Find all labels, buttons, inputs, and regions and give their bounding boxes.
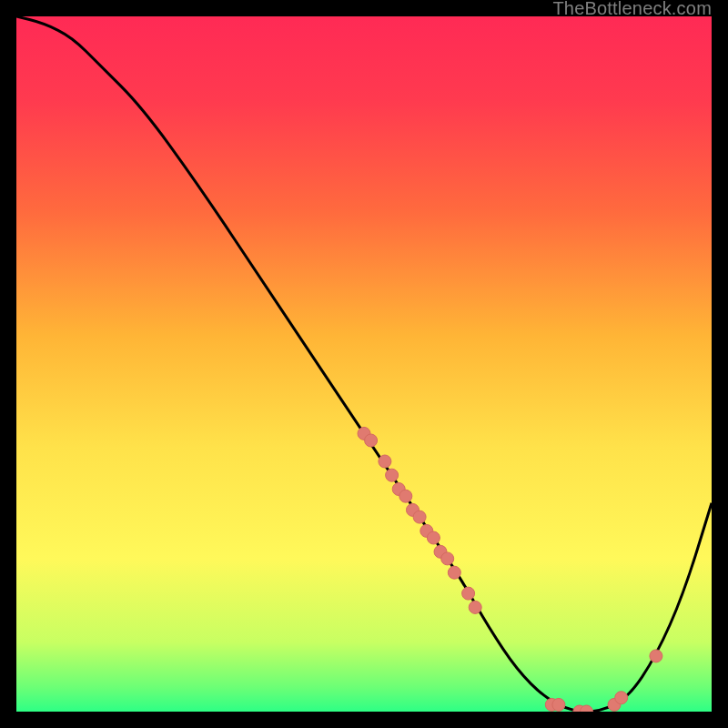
data-marker: [615, 692, 628, 704]
bottleneck-chart: [16, 16, 712, 712]
data-marker: [462, 587, 475, 600]
data-marker: [386, 469, 399, 481]
data-marker: [650, 650, 662, 662]
data-marker: [365, 434, 378, 447]
data-marker: [427, 531, 440, 544]
chart-stage: TheBottleneck.com: [0, 0, 728, 728]
data-marker: [413, 511, 426, 523]
gradient-backdrop: [16, 16, 712, 712]
data-marker: [552, 698, 565, 711]
data-marker: [469, 601, 481, 613]
data-marker: [399, 490, 412, 502]
data-marker: [448, 566, 460, 579]
data-marker: [379, 455, 391, 468]
data-marker: [441, 552, 454, 565]
